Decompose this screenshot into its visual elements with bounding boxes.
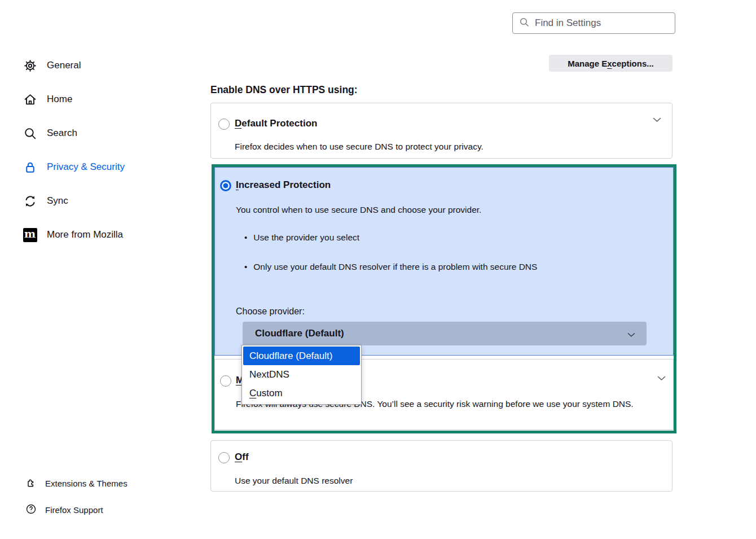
sidebar-item-privacy-security[interactable]: Privacy & Security xyxy=(23,158,125,176)
sidebar-item-more-from-mozilla[interactable]: m More from Mozilla xyxy=(23,226,123,244)
desc-off: Use your default DNS resolver xyxy=(235,474,353,488)
provider-dropdown-popup: Cloudflare (Default) NextDNS Custom xyxy=(241,345,362,405)
radio-increased-protection[interactable] xyxy=(220,180,231,191)
home-icon xyxy=(23,92,37,107)
sidebar-item-sync[interactable]: Sync xyxy=(23,192,68,210)
radio-off[interactable] xyxy=(218,452,230,463)
chevron-down-icon xyxy=(653,115,661,125)
sidebar-label-search: Search xyxy=(47,128,77,139)
sidebar-label-privacy-security: Privacy & Security xyxy=(47,161,125,173)
sidebar-item-extensions-themes[interactable]: Extensions & Themes xyxy=(25,476,128,490)
lock-icon xyxy=(23,160,37,174)
provider-select-value: Cloudflare (Default) xyxy=(255,328,344,339)
sidebar-item-general[interactable]: General xyxy=(23,56,81,75)
choose-provider-label: Choose provider: xyxy=(236,304,305,318)
question-circle-icon xyxy=(25,503,37,516)
sidebar-label-general: General xyxy=(47,60,81,71)
sidebar-label-home: Home xyxy=(47,94,72,105)
dns-option-default-protection[interactable]: Default Protection Firefox decides when … xyxy=(210,103,673,159)
label-increased-protection: Increased Protection xyxy=(236,179,331,191)
footer-label-firefox-support: Firefox Support xyxy=(45,505,103,515)
provider-select[interactable]: Cloudflare (Default) xyxy=(243,322,647,345)
firefox-settings-page: Find in Settings Manage Exceptions... Ge… xyxy=(0,0,756,539)
radio-max-protection[interactable] xyxy=(220,375,231,387)
search-icon xyxy=(23,126,37,141)
dropdown-option-cloudflare[interactable]: Cloudflare (Default) xyxy=(243,347,360,365)
gear-icon xyxy=(23,58,37,73)
sidebar-item-search[interactable]: Search xyxy=(23,124,77,142)
sidebar-label-sync: Sync xyxy=(47,195,68,207)
manage-exceptions-button[interactable]: Manage Exceptions... xyxy=(549,55,673,72)
search-placeholder: Find in Settings xyxy=(535,17,601,29)
label-off: Off xyxy=(235,452,249,463)
dropdown-option-nextdns[interactable]: NextDNS xyxy=(243,365,360,384)
puzzle-icon xyxy=(25,477,37,490)
mozilla-logo-icon: m xyxy=(23,227,37,242)
sidebar-item-home[interactable]: Home xyxy=(23,90,72,108)
dns-option-off[interactable]: Off Use your default DNS resolver xyxy=(210,440,673,492)
search-icon xyxy=(520,17,529,29)
footer-label-extensions-themes: Extensions & Themes xyxy=(45,479,128,488)
desc-default-protection: Firefox decides when to use secure DNS t… xyxy=(235,139,484,154)
sidebar-label-more-from-mozilla: More from Mozilla xyxy=(47,229,123,240)
dns-over-https-heading: Enable DNS over HTTPS using: xyxy=(210,84,358,96)
bullet-default-resolver-fallback: • Only use your default DNS resolver if … xyxy=(244,262,537,272)
chevron-down-icon xyxy=(627,329,635,340)
find-in-settings-searchbox[interactable]: Find in Settings xyxy=(512,12,675,34)
bullet-use-provider: • Use the provider you select xyxy=(244,233,359,243)
desc-increased-protection: You control when to use secure DNS and c… xyxy=(236,203,481,217)
sidebar-item-firefox-support[interactable]: Firefox Support xyxy=(25,503,103,516)
dropdown-option-custom[interactable]: Custom xyxy=(243,384,360,402)
sync-icon xyxy=(23,194,37,208)
chevron-down-icon xyxy=(657,373,666,383)
label-default-protection: Default Protection xyxy=(235,118,317,129)
radio-default-protection[interactable] xyxy=(218,119,230,130)
